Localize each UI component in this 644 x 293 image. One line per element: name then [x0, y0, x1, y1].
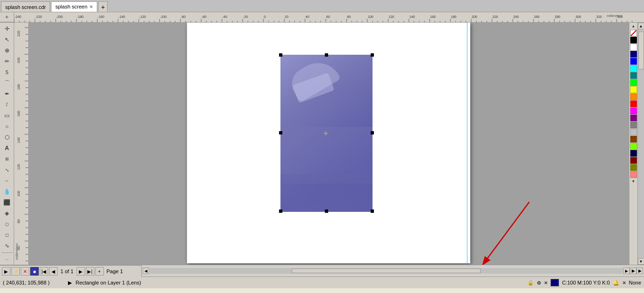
swatch-green[interactable]: [630, 79, 637, 86]
tool-shadow[interactable]: ◻: [1, 219, 13, 229]
scroll-right-btn[interactable]: ▶: [623, 268, 630, 274]
ruler-vertical: [14, 23, 29, 265]
status-arrow-icon: ▶: [68, 280, 72, 286]
tab-splash[interactable]: splash screen ✕: [51, 1, 97, 12]
tool-dimension[interactable]: ↔: [1, 176, 13, 186]
toolbar-left: ✛ ↖ ⊕ ✏ S ⌒ ✒ ⤴ ▭ ○ ⬡ A ⊞ ⤡ ↔ 💧 ⬛ ◈ ◻ ◻ …: [0, 23, 14, 265]
nav-snap-btn[interactable]: ⚡: [11, 267, 20, 276]
main-area: ✛ ↖ ⊕ ✏ S ⌒ ✒ ⤴ ▭ ○ ⬡ A ⊞ ⤡ ↔ 💧 ⬛ ◈ ◻ ◻ …: [0, 23, 644, 265]
tool-connector[interactable]: ⤡: [1, 165, 13, 175]
scroll-left-btn[interactable]: ◀: [143, 268, 149, 274]
swatch-silver[interactable]: [630, 129, 637, 135]
nav-next-btn[interactable]: ▶: [76, 267, 85, 276]
swatch-black[interactable]: [630, 37, 637, 43]
hscroll-track[interactable]: [150, 268, 623, 274]
tool-calligraphy[interactable]: ✒: [1, 89, 13, 99]
tab-file[interactable]: splash screen.cdr: [1, 1, 50, 12]
status-coords: ( 240,631; 105,988 ): [3, 280, 64, 285]
ruler-h-track: [14, 12, 644, 22]
bottom-nav-row: ▶ ⚡ ✕ ■ |◀ ◀ 1 of 1 ▶ ▶| + Page 1 ◀ ▶ ▶ …: [0, 265, 644, 276]
handle-br[interactable]: [371, 209, 374, 213]
swatch-maroon[interactable]: [630, 157, 637, 164]
tool-transparency[interactable]: ◻: [1, 230, 13, 240]
tool-pick[interactable]: ↖: [1, 34, 13, 45]
zoom-in-btn[interactable]: ▶: [636, 268, 643, 274]
guide-vertical: [467, 23, 467, 265]
swatch-none[interactable]: [630, 30, 637, 36]
swatch-yellow[interactable]: [630, 86, 637, 93]
tool-table[interactable]: ⊞: [1, 154, 13, 164]
swatch-orange[interactable]: [630, 93, 637, 100]
nav-prev-btn[interactable]: ◀: [49, 267, 58, 276]
tab-add-icon: +: [101, 3, 105, 11]
page-label: Page 1: [105, 268, 125, 274]
tool-ellipse[interactable]: ○: [1, 121, 13, 132]
swatch-white[interactable]: [630, 44, 637, 50]
tool-dots[interactable]: ···: [1, 254, 13, 265]
nav-tools-btn[interactable]: ▶: [2, 267, 10, 276]
swatch-cyan[interactable]: [630, 65, 637, 72]
hscroll-thumb[interactable]: [292, 268, 481, 273]
swatch-gray[interactable]: [630, 122, 637, 128]
scroll-down-btn[interactable]: ▼: [638, 258, 644, 265]
swatch-lime[interactable]: [630, 143, 637, 150]
tool-interactive[interactable]: ◈: [1, 208, 13, 218]
tool-pen[interactable]: ⌒: [1, 78, 13, 88]
palette-scroll-down[interactable]: ▼: [629, 178, 638, 184]
tab-file-label: splash screen.cdr: [5, 4, 46, 10]
scroll-v-thumb[interactable]: [638, 32, 644, 69]
tool-distort[interactable]: ∿: [1, 241, 13, 251]
swatch-pink[interactable]: [630, 171, 637, 178]
zoom-out-btn[interactable]: ▶: [630, 268, 636, 274]
status-lock-icon: 🔒: [527, 280, 534, 286]
swatch-red[interactable]: [630, 100, 637, 107]
handle-mr[interactable]: [371, 131, 374, 134]
swatch-brown[interactable]: [630, 136, 637, 142]
tool-bezier[interactable]: S: [1, 67, 13, 77]
handle-bc[interactable]: [325, 209, 328, 213]
nav-last-btn[interactable]: ▶|: [86, 267, 94, 276]
swatch-magenta[interactable]: [630, 108, 637, 114]
tool-eyedropper[interactable]: 💧: [1, 186, 13, 197]
swatch-darkblue[interactable]: [630, 51, 637, 58]
tool-fill[interactable]: ⬛: [1, 197, 13, 208]
swatch-navy[interactable]: [630, 150, 637, 157]
swatch-teal[interactable]: [630, 72, 637, 79]
tab-close-icon[interactable]: ✕: [89, 4, 93, 9]
tab-bar: splash screen.cdr splash screen ✕ +: [0, 0, 644, 12]
handle-tc[interactable]: [325, 53, 328, 57]
tool-polygon[interactable]: ⬡: [1, 132, 13, 142]
tab-add-button[interactable]: +: [98, 1, 108, 12]
handle-tr[interactable]: [371, 53, 374, 57]
tab-splash-label: splash screen: [55, 4, 87, 9]
handle-ml[interactable]: [279, 131, 282, 134]
status-bell-icon: 🔔: [613, 280, 619, 286]
color-palette: ▲ ▼: [629, 23, 637, 265]
palette-scroll-up[interactable]: ▲: [629, 23, 638, 29]
tool-smart[interactable]: ⤴: [1, 100, 13, 110]
handle-tl[interactable]: [279, 53, 282, 57]
toolbar-divider: [1, 252, 13, 253]
tool-zoom[interactable]: ⊕: [1, 45, 13, 56]
tool-select[interactable]: ✛: [1, 24, 13, 34]
swatch-blue[interactable]: [630, 58, 637, 65]
nav-add-page-btn[interactable]: +: [95, 267, 104, 276]
scroll-up-btn[interactable]: ▲: [638, 23, 644, 29]
handle-bl[interactable]: [279, 209, 282, 213]
tool-rect[interactable]: ▭: [1, 110, 13, 121]
ruler-corner: ✛: [0, 12, 14, 22]
nav-x-btn[interactable]: ✕: [21, 267, 29, 276]
scroll-v-track[interactable]: [638, 29, 644, 258]
svg-line-1: [482, 202, 529, 265]
tool-freehand[interactable]: ✏: [1, 56, 13, 67]
canvas-area[interactable]: · · · · ✛: [29, 23, 629, 265]
status-obj-desc: Rectangle on Layer 1 (Lens): [76, 280, 524, 285]
status-x-icon: ✕: [544, 280, 548, 285]
fill-color-box[interactable]: [551, 279, 559, 286]
nav-page-icon[interactable]: ■: [30, 267, 39, 276]
tool-text[interactable]: A: [1, 143, 13, 153]
hscroll-area: ◀ ▶ ▶ ▶: [142, 265, 644, 276]
swatch-purple[interactable]: [630, 115, 637, 121]
swatch-olive[interactable]: [630, 164, 637, 171]
nav-first-btn[interactable]: |◀: [40, 267, 48, 276]
